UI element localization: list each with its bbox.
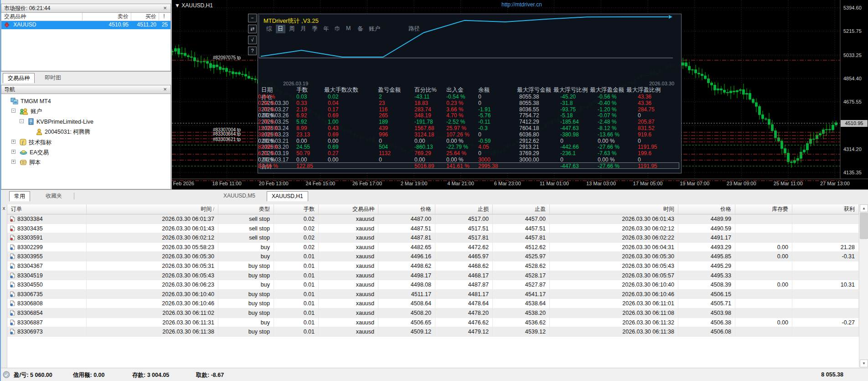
nav-item-5[interactable]: +f技术指标 bbox=[1, 138, 52, 146]
order-row-83302299[interactable]: 833022992026.03.30 05:58:23buy0.02xauusd… bbox=[7, 243, 859, 252]
orders-column-7[interactable]: 止损 bbox=[435, 204, 493, 214]
stat-cell: 0.04 bbox=[328, 100, 338, 106]
scroll-down-icon[interactable]: ▼ bbox=[860, 360, 868, 367]
stat-cell: -0.3 bbox=[478, 125, 488, 131]
collapse-icon[interactable]: - bbox=[20, 119, 24, 123]
order-cell: 4482.65 bbox=[378, 243, 435, 252]
stat-column-header: 最大手数次数 bbox=[324, 86, 358, 94]
orders-column-3[interactable]: 类型 bbox=[218, 204, 274, 214]
column-ask[interactable]: 买价 bbox=[131, 13, 158, 21]
orders-column-6[interactable]: 价格 bbox=[378, 204, 435, 214]
order-cell: xauusd bbox=[319, 271, 378, 281]
chart-symbol-label[interactable]: ▼ XAUUSD,H1 bbox=[175, 2, 213, 9]
stat-cell: 0.54 % bbox=[258, 100, 275, 106]
column-symbol[interactable]: 交易品种 bbox=[2, 13, 28, 21]
orders-column-8[interactable]: 止盈 bbox=[493, 204, 550, 214]
order-row-83303955[interactable]: 833039552026.03.30 06:05:30buy0.01xauusd… bbox=[7, 252, 859, 261]
stat-cell: -0.11 bbox=[478, 119, 490, 125]
expand-icon[interactable]: + bbox=[11, 140, 16, 144]
expand-icon[interactable]: + bbox=[11, 150, 16, 154]
status-segment-4: 取款: -8.67 bbox=[196, 371, 224, 379]
order-row-83304367[interactable]: 833043672026.03.30 06:05:31buy stop0.01x… bbox=[7, 261, 859, 271]
column-spread[interactable]: ! bbox=[159, 13, 170, 21]
chart-tab-1[interactable]: XAUUSD,M5 bbox=[219, 191, 260, 201]
stat-cell: -380.98 bbox=[560, 131, 579, 138]
chart-area[interactable]: ▼ XAUUSD,H1 5394.605215.755033.254854.40… bbox=[172, 0, 868, 189]
order-row-83306854[interactable]: 833068542026.03.30 06:11:02buy stop0.01x… bbox=[7, 308, 859, 318]
nav-item-4[interactable]: 20045031: 柯腾腾 bbox=[1, 127, 90, 136]
order-row-83306808[interactable]: 833068082026.03.30 06:10:46buy stop0.01x… bbox=[7, 299, 859, 308]
order-row-83303435[interactable]: 833034352026.03.30 06:01:43sell stop0.02… bbox=[7, 224, 859, 234]
orders-column-9[interactable]: 时间 bbox=[550, 204, 678, 214]
stat-cell: 6.91 % bbox=[258, 150, 275, 157]
mtdriver-minimize-icon[interactable]: − bbox=[248, 14, 257, 22]
order-id-cell: 83303591 bbox=[7, 233, 87, 243]
market-watch-tab-1[interactable]: 交易品种 bbox=[3, 73, 35, 83]
order-row-83304519[interactable]: 833045192026.03.30 06:05:43buy stop0.01x… bbox=[7, 271, 859, 281]
orders-column-1[interactable]: 订单 bbox=[7, 204, 87, 214]
orders-column-2[interactable]: 时间/ bbox=[87, 204, 218, 214]
time-axis-label: 19 Mar 07:00 bbox=[680, 181, 709, 186]
navigator-close-icon[interactable]: × bbox=[161, 86, 169, 93]
order-row-83306887[interactable]: 833068872026.03.30 06:11:31buy0.01xauusd… bbox=[7, 318, 859, 328]
stat-cell: 3.66 % bbox=[446, 106, 463, 113]
stat-cell: 24.55 bbox=[296, 144, 310, 150]
stat-cell: -22.79 % bbox=[446, 144, 468, 150]
stat-cell: 2 bbox=[379, 94, 382, 100]
orders-column-5[interactable]: 交易品种 bbox=[319, 204, 378, 214]
order-cell: 4508.39 bbox=[678, 280, 735, 290]
terminal-close-icon[interactable]: x bbox=[1, 205, 7, 211]
stat-cell: 23 bbox=[379, 100, 385, 106]
collapse-icon[interactable]: - bbox=[11, 109, 16, 113]
stat-cell: 199.6 bbox=[638, 150, 651, 157]
scroll-thumb[interactable] bbox=[860, 213, 868, 239]
market-watch-close-icon[interactable]: × bbox=[161, 5, 169, 12]
expand-icon[interactable]: + bbox=[11, 160, 16, 164]
column-bid[interactable]: 卖价 bbox=[82, 13, 130, 21]
nav-item-2[interactable]: -账户 bbox=[1, 107, 42, 115]
nav-item-7[interactable]: +脚本 bbox=[1, 158, 41, 166]
order-id: 83302299 bbox=[17, 244, 43, 251]
order-cell: 2026.03.30 06:11:01 bbox=[550, 299, 678, 308]
order-doc-icon bbox=[10, 300, 15, 306]
stat-cell: -447.63 bbox=[560, 163, 579, 169]
mtdriver-check-icon[interactable]: √ bbox=[248, 36, 257, 44]
order-cell: 4498.08 bbox=[378, 280, 435, 290]
navigator-tab-2[interactable]: 收藏夹 bbox=[41, 191, 67, 201]
mtdriver-url-link[interactable]: http://mtdriver.cn bbox=[501, 1, 542, 8]
order-row-83303384[interactable]: 833033842026.03.30 06:01:37sell stop0.02… bbox=[7, 214, 859, 224]
stat-cell: 23.13 bbox=[296, 131, 310, 138]
terminal-scrollbar[interactable]: ▲ ▼ bbox=[859, 204, 868, 367]
order-cell: 4506.65 bbox=[378, 318, 435, 328]
order-cell: 0.01 bbox=[274, 252, 319, 261]
stat-cell: 0 bbox=[638, 112, 641, 119]
order-cell: 4495.29 bbox=[678, 261, 735, 271]
stat-cell: 0.33 bbox=[296, 100, 307, 106]
orders-column-10[interactable]: 价格 bbox=[678, 204, 735, 214]
order-cell: 2026.03.30 06:02:22 bbox=[550, 233, 678, 243]
orders-column-12[interactable]: 获利 bbox=[792, 204, 859, 214]
stat-cell: 0.23 % bbox=[446, 100, 463, 106]
nav-item-1[interactable]: TMGM MT4 bbox=[1, 97, 51, 105]
order-row-83306735[interactable]: 833067352026.03.30 06:10:40buy stop0.01x… bbox=[7, 290, 859, 299]
mtdriver-help-icon[interactable]: ? bbox=[248, 47, 257, 55]
stat-cell: 4.70 % bbox=[446, 112, 463, 119]
order-cell: xauusd bbox=[319, 280, 378, 290]
order-row-83304550[interactable]: 833045502026.03.30 06:06:23buy0.01xauusd… bbox=[7, 280, 859, 290]
order-row-83306973[interactable]: 833069732026.03.30 06:11:38buy stop0.01x… bbox=[7, 327, 859, 337]
navigator-tab-1[interactable]: 常用 bbox=[9, 191, 30, 201]
stat-cell: 1191.95 bbox=[638, 163, 657, 169]
stat-cell: 1567.68 bbox=[414, 125, 434, 131]
mtdriver-move-icon[interactable]: ⇄ bbox=[248, 25, 257, 33]
orders-column-11[interactable]: 库存费 bbox=[735, 204, 792, 214]
nav-item-6[interactable]: +EA交易 bbox=[1, 148, 49, 156]
market-watch-row-xauusd[interactable]: XAUUSD 4510.95 4511.20 25 bbox=[1, 21, 170, 29]
chart-dropdown-icon[interactable]: ▼ bbox=[175, 2, 180, 9]
chart-tab-2[interactable]: XAUUSD,H1 bbox=[267, 191, 308, 201]
nav-item-3[interactable]: -KVBPrimeLimited-Live bbox=[1, 117, 93, 125]
orders-column-4[interactable]: 手数 bbox=[274, 204, 319, 214]
stat-cell: 7754.72 bbox=[519, 112, 539, 119]
scroll-up-icon[interactable]: ▲ bbox=[860, 204, 868, 212]
order-row-83303591[interactable]: 833035912026.03.30 06:02:12sell stop0.02… bbox=[7, 233, 859, 243]
market-watch-tab-2[interactable]: 即时图 bbox=[40, 73, 66, 83]
